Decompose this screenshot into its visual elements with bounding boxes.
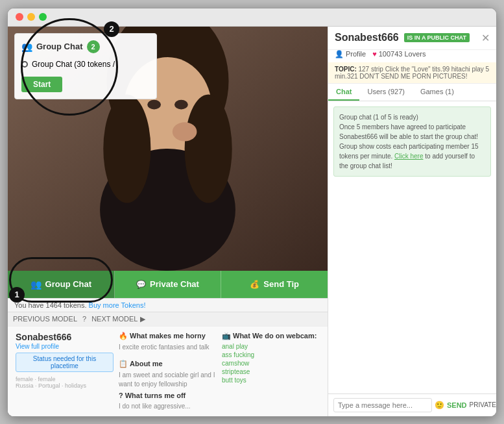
topic-text: 127 strip Click the "Love" tits.99 hitac… <box>335 66 489 80</box>
person-icon <box>335 50 344 58</box>
profile-label: Profile <box>346 50 366 58</box>
left-panel: Group Chat 2 Group Chat (30 tokens / Sta… <box>8 27 328 416</box>
private-chat-icon <box>136 279 146 289</box>
private-chat-action-button[interactable]: Private Chat <box>115 271 222 298</box>
bio-section: Sonabest666 View full profile Status nee… <box>8 326 328 416</box>
chat-info-text: Group chat (1 of 5 is ready) Once 5 memb… <box>339 114 479 169</box>
video-area: Group Chat 2 Group Chat (30 tokens / Sta… <box>8 27 328 271</box>
send-tip-action-label: Send Tip <box>263 279 299 289</box>
streamer-name: Sonabest666 <box>335 32 399 44</box>
action-bar: Group Chat Private Chat Send Tip <box>8 271 328 298</box>
tab-users[interactable]: Users (927) <box>359 84 412 101</box>
private-message-button[interactable]: PRIVATE MESSAGE <box>470 401 497 408</box>
about-icon <box>119 360 128 368</box>
group-chat-option-label: Group Chat (30 tokens / <box>32 60 115 69</box>
close-traffic-light[interactable] <box>16 13 23 21</box>
streamer-header: Sonabest666 IS IN A PUBLIC CHAT ✕ <box>328 27 496 50</box>
bio-grid: Sonabest666 View full profile Status nee… <box>16 332 320 411</box>
streamer-meta: Profile 100743 Lovers <box>328 50 496 62</box>
horny-title: What makes me horny <box>130 332 206 340</box>
webcam-list: anal play ass fucking camshow striptease… <box>222 343 320 384</box>
live-badge: IS IN A PUBLIC CHAT <box>404 33 470 42</box>
start-button[interactable]: Start <box>21 77 62 92</box>
chat-tabs: Chat Users (927) Games (1) <box>328 84 496 101</box>
status-button[interactable]: Status needed for this placetime <box>16 353 114 372</box>
group-chat-info-box: Group chat (1 of 5 is ready) Once 5 memb… <box>333 106 491 177</box>
send-tip-action-button[interactable]: Send Tip <box>221 271 328 298</box>
svg-point-8 <box>174 99 188 109</box>
tab-users-label: Users (927) <box>367 88 404 95</box>
buy-tokens-link[interactable]: Buy more Tokens! <box>89 301 146 309</box>
close-button[interactable]: ✕ <box>481 32 490 44</box>
flame-icon <box>119 332 128 340</box>
group-chat-icon <box>30 279 42 290</box>
maximize-traffic-light[interactable] <box>39 13 47 21</box>
token-text: You have 1464 tokens. <box>14 301 87 309</box>
next-model-nav[interactable]: NEXT MODEL ▶ <box>91 315 145 323</box>
emoji-icon[interactable]: 🙂 <box>435 401 444 410</box>
svg-point-7 <box>147 99 161 109</box>
main-content: Group Chat 2 Group Chat (30 tokens / Sta… <box>8 27 496 416</box>
group-chat-option: Group Chat (30 tokens / <box>21 60 150 69</box>
webcam-item-3[interactable]: camshow <box>222 360 320 367</box>
title-bar <box>8 8 496 27</box>
browser-window: Group Chat 2 Group Chat (30 tokens / Sta… <box>7 8 497 417</box>
private-chat-action-label: Private Chat <box>150 279 199 289</box>
chat-message-input[interactable] <box>333 398 432 412</box>
webcam-item-5[interactable]: butt toys <box>222 377 320 384</box>
about-text: I am sweet and sociable girl and I want … <box>119 371 217 389</box>
send-tip-icon <box>250 279 259 289</box>
tab-games-label: Games (1) <box>420 88 454 95</box>
turnoff-title: What turns me off <box>125 392 186 399</box>
horny-text: I excite erotic fantasies and talk <box>119 343 217 352</box>
token-bar: You have 1464 tokens. Buy more Tokens! <box>8 298 328 312</box>
group-chat-action-label: Group Chat <box>45 279 92 289</box>
profile-link[interactable]: Profile <box>335 50 366 58</box>
bio-details: female · femaleRussia · Portugal · holid… <box>16 376 114 389</box>
right-panel: Sonabest666 IS IN A PUBLIC CHAT ✕ Profil… <box>328 27 496 416</box>
group-chat-panel-header: Group Chat 2 <box>21 40 150 53</box>
heart-icon <box>372 50 377 58</box>
minimize-traffic-light[interactable] <box>27 13 35 21</box>
webcam-item-1[interactable]: anal play <box>222 343 320 350</box>
turnoff-text: I do not like aggressive... <box>119 402 217 411</box>
tab-chat-label: Chat <box>336 88 352 95</box>
webcam-item-4[interactable]: striptease <box>222 368 320 375</box>
group-chat-panel-title: Group Chat <box>36 42 83 51</box>
tv-icon <box>222 332 231 340</box>
click-here-link[interactable]: Click here <box>394 153 423 160</box>
send-button[interactable]: SEND <box>447 401 467 409</box>
bio-horny-col: What makes me horny I excite erotic fant… <box>119 332 217 411</box>
tab-games[interactable]: Games (1) <box>413 84 462 101</box>
group-chat-badge: 2 <box>87 40 100 53</box>
radio-button[interactable] <box>21 61 28 68</box>
group-chat-action-button[interactable]: Group Chat <box>8 271 115 298</box>
lovers-count: 100743 Lovers <box>372 50 426 58</box>
next-model-label: NEXT MODEL <box>91 315 138 323</box>
topic-label: TOPIC: <box>335 66 357 73</box>
lovers-number: 100743 Lovers <box>379 50 426 58</box>
help-icon: ? <box>82 315 86 323</box>
view-profile-link[interactable]: View full profile <box>16 343 59 350</box>
svg-point-6 <box>185 94 232 203</box>
users-icon <box>21 42 32 52</box>
previous-model-nav[interactable]: PREVIOUS MODEL <box>13 315 77 323</box>
webcam-item-2[interactable]: ass fucking <box>222 351 320 358</box>
tab-chat[interactable]: Chat <box>328 84 359 101</box>
bio-webcam-col: What We do on webcam: anal play ass fuck… <box>222 332 320 411</box>
group-chat-overlay-panel: Group Chat 2 Group Chat (30 tokens / Sta… <box>14 33 157 99</box>
chat-input-area: 🙂 SEND PRIVATE MESSAGE <box>328 393 496 416</box>
svg-point-5 <box>103 94 150 203</box>
previous-model-label: PREVIOUS MODEL <box>13 315 77 323</box>
about-title: About me <box>130 360 163 368</box>
turnoff-icon <box>119 392 123 399</box>
svg-point-9 <box>173 122 197 141</box>
topic-bar: TOPIC: 127 strip Click the "Love" tits.9… <box>328 62 496 84</box>
webcam-title: What We do on webcam: <box>233 332 317 340</box>
chat-messages: Group chat (1 of 5 is ready) Once 5 memb… <box>328 101 496 393</box>
bio-username: Sonabest666 <box>16 332 114 342</box>
bio-identity-col: Sonabest666 View full profile Status nee… <box>16 332 114 411</box>
bottom-nav: PREVIOUS MODEL ? NEXT MODEL ▶ <box>8 312 328 326</box>
